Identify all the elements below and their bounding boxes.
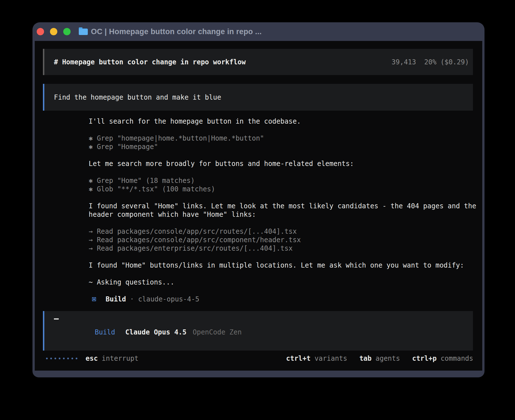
- token-count: 39,413: [392, 58, 416, 66]
- spinner-dot: [50, 358, 52, 359]
- shortcut-label: variants: [315, 355, 347, 362]
- status-bar: esc interrupt ctrl+tvariantstabagentsctr…: [46, 355, 473, 362]
- session-header: # Homepage button color change in repo w…: [43, 49, 473, 75]
- spinner-dot: [46, 358, 48, 359]
- spinner-dots-icon: [46, 358, 80, 359]
- spinner-dot: [71, 358, 73, 359]
- interrupt-label: interrupt: [102, 355, 138, 362]
- spinner-dot: [59, 358, 60, 359]
- agent-mode-label[interactable]: Build: [95, 328, 115, 336]
- window-title: OC | Homepage button color change in rep…: [91, 27, 262, 36]
- tool-call-line: → Read packages/enterprise/src/routes/[.…: [89, 244, 473, 253]
- terminal-content: # Homepage button color change in repo w…: [35, 41, 482, 371]
- blank-line: [89, 151, 473, 159]
- assistant-transcript: I'll search for the homepage button in t…: [89, 117, 473, 303]
- input-status-row: BuildClaude Opus 4.5OpenCode Zen: [54, 320, 463, 345]
- blank-line: [89, 193, 473, 202]
- blank-line: [89, 270, 473, 278]
- spinner-dot: [67, 358, 69, 359]
- shortcut-key: tab: [359, 355, 372, 362]
- zoom-button[interactable]: [63, 28, 71, 35]
- desktop: OC | Homepage button color change in rep…: [0, 0, 515, 420]
- shortcut-agents[interactable]: tabagents: [359, 355, 400, 362]
- folder-icon: [79, 29, 88, 35]
- shortcut-commands[interactable]: ctrl+pcommands: [412, 355, 473, 362]
- blank-line: [89, 286, 473, 295]
- context-percent: 20%: [424, 58, 436, 66]
- agent-name: Build: [106, 295, 126, 303]
- blank-line: [89, 126, 473, 134]
- tool-call-line: → Read packages/console/app/src/componen…: [89, 236, 473, 244]
- blank-line: [89, 219, 473, 227]
- window-titlebar: OC | Homepage button color change in rep…: [32, 22, 485, 41]
- spinner-dot: [63, 358, 65, 359]
- shortcut-label: commands: [440, 355, 473, 362]
- shortcut-label: agents: [376, 355, 400, 362]
- blank-line: [89, 168, 473, 176]
- model-name[interactable]: Claude Opus 4.5: [125, 328, 187, 336]
- user-message-text: Find the homepage button and make it blu…: [54, 93, 221, 101]
- status-bar-left: esc interrupt: [46, 355, 138, 362]
- agent-icon: [92, 297, 96, 301]
- agent-model: · claude-opus-4-5: [130, 295, 199, 303]
- status-bar-shortcuts: ctrl+tvariantstabagentsctrl+pcommands: [274, 355, 473, 362]
- assistant-text-line: I'll search for the homepage button in t…: [89, 117, 473, 126]
- session-cost: ($0.29): [440, 58, 469, 66]
- tool-call-line: ✱ Grep "Homepage": [89, 143, 473, 151]
- close-button[interactable]: [37, 28, 44, 35]
- terminal-window: OC | Homepage button color change in rep…: [32, 22, 485, 377]
- session-title: # Homepage button color change in repo w…: [54, 58, 246, 66]
- assistant-text-line: I found several "Home" links. Let me loo…: [89, 202, 473, 210]
- shortcut-key: ctrl+t: [286, 355, 311, 362]
- tool-call-line: ✱ Glob "**/*.tsx" (100 matches): [89, 185, 473, 193]
- blank-line: [89, 253, 473, 261]
- assistant-text-line: Let me search more broadly for buttons a…: [89, 159, 473, 168]
- prompt-input[interactable]: BuildClaude Opus 4.5OpenCode Zen: [43, 311, 473, 351]
- agent-status-line: Build· claude-opus-4-5: [89, 295, 473, 303]
- assistant-text-line: header component which have "Home" links…: [89, 210, 473, 219]
- minimize-button[interactable]: [50, 28, 57, 35]
- tool-call-line: ✱ Grep "homepage|home.*button|Home.*butt…: [89, 134, 473, 143]
- provider-name: OpenCode Zen: [193, 328, 242, 336]
- shortcut-key: ctrl+p: [412, 355, 437, 362]
- assistant-text-line: ~ Asking questions...: [89, 278, 473, 286]
- shortcut-variants[interactable]: ctrl+tvariants: [286, 355, 347, 362]
- spinner-dot: [76, 358, 77, 359]
- user-message: Find the homepage button and make it blu…: [43, 84, 473, 111]
- tool-call-line: → Read packages/console/app/src/routes/[…: [89, 227, 473, 236]
- tool-call-line: ✱ Grep "Home" (18 matches): [89, 176, 473, 185]
- interrupt-key[interactable]: esc: [86, 355, 98, 362]
- assistant-text-line: I found "Home" buttons/links in multiple…: [89, 261, 473, 270]
- spinner-dot: [54, 358, 56, 359]
- session-stats: 39,41320%($0.29): [392, 58, 469, 66]
